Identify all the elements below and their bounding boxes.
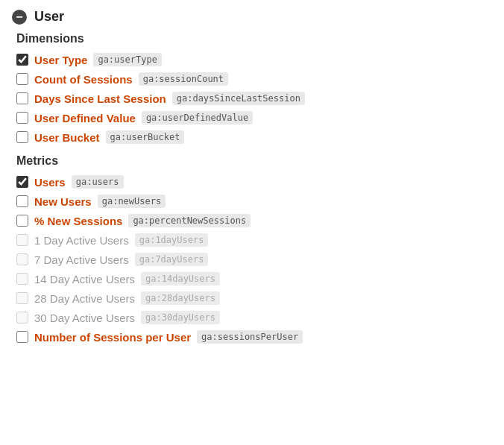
- api-badge-1dayUsers: ga:1dayUsers: [135, 233, 209, 247]
- api-badge-7dayUsers: ga:7dayUsers: [135, 253, 209, 266]
- item-label-newUsers: New Users: [34, 195, 92, 208]
- list-item: User Typega:userType: [12, 50, 492, 69]
- user-section: − User Dimensions User Typega:userTypeCo…: [12, 9, 492, 347]
- list-item: Days Since Last Sessionga:daysSinceLastS…: [12, 89, 492, 108]
- item-label-14dayUsers: 14 Day Active Users: [34, 273, 135, 285]
- list-item: New Usersga:newUsers: [12, 192, 492, 211]
- list-item: 7 Day Active Usersga:7dayUsers: [12, 250, 492, 269]
- item-label-percentNewSessions: % New Sessions: [34, 215, 122, 227]
- list-item: % New Sessionsga:percentNewSessions: [12, 211, 492, 230]
- item-label-sessionsPerUser: Number of Sessions per User: [34, 331, 191, 344]
- api-badge-userDefinedValue: ga:userDefinedValue: [142, 111, 253, 124]
- section-header: − User: [12, 9, 492, 25]
- checkbox-28dayUsers: [16, 292, 28, 304]
- checkbox-percentNewSessions[interactable]: [16, 215, 28, 227]
- item-label-7dayUsers: 7 Day Active Users: [34, 253, 129, 266]
- list-item: User Defined Valuega:userDefinedValue: [12, 108, 492, 127]
- collapse-icon[interactable]: −: [12, 10, 27, 25]
- item-label-sessionCount: Count of Sessions: [34, 73, 133, 86]
- item-label-28dayUsers: 28 Day Active Users: [34, 292, 135, 305]
- checkbox-daysSinceLastSession[interactable]: [16, 92, 28, 104]
- list-item: 28 Day Active Usersga:28dayUsers: [12, 288, 492, 308]
- checkbox-newUsers[interactable]: [16, 195, 28, 207]
- api-badge-28dayUsers: ga:28dayUsers: [141, 291, 220, 305]
- checkbox-userBucket[interactable]: [16, 131, 28, 143]
- api-badge-userType: ga:userType: [93, 53, 161, 66]
- dimensions-list: User Typega:userTypeCount of Sessionsga:…: [12, 50, 492, 147]
- api-badge-percentNewSessions: ga:percentNewSessions: [128, 214, 251, 227]
- item-label-daysSinceLastSession: Days Since Last Session: [34, 92, 166, 105]
- checkbox-7dayUsers: [16, 253, 28, 265]
- section-title: User: [34, 9, 64, 25]
- api-badge-14dayUsers: ga:14dayUsers: [141, 272, 220, 285]
- item-label-1dayUsers: 1 Day Active Users: [34, 234, 129, 247]
- checkbox-users[interactable]: [16, 176, 28, 188]
- list-item: Count of Sessionsga:sessionCount: [12, 69, 492, 89]
- item-label-users: Users: [34, 176, 66, 189]
- checkbox-1dayUsers: [16, 234, 28, 246]
- list-item: Number of Sessions per Userga:sessionsPe…: [12, 327, 492, 347]
- list-item: Usersga:users: [12, 172, 492, 192]
- metrics-list: Usersga:usersNew Usersga:newUsers% New S…: [12, 172, 492, 347]
- checkbox-sessionCount[interactable]: [16, 73, 28, 85]
- list-item: 14 Day Active Usersga:14dayUsers: [12, 269, 492, 288]
- api-badge-sessionsPerUser: ga:sessionsPerUser: [197, 330, 303, 344]
- list-item: 1 Day Active Usersga:1dayUsers: [12, 230, 492, 250]
- list-item: 30 Day Active Usersga:30dayUsers: [12, 308, 492, 327]
- item-label-userDefinedValue: User Defined Value: [34, 112, 136, 124]
- api-badge-daysSinceLastSession: ga:daysSinceLastSession: [172, 92, 305, 105]
- api-badge-newUsers: ga:newUsers: [98, 195, 166, 208]
- api-badge-30dayUsers: ga:30dayUsers: [141, 311, 220, 324]
- item-label-userType: User Type: [34, 54, 87, 66]
- list-item: User Bucketga:userBucket: [12, 127, 492, 147]
- item-label-30dayUsers: 30 Day Active Users: [34, 312, 135, 324]
- checkbox-14dayUsers: [16, 273, 28, 285]
- item-label-userBucket: User Bucket: [34, 131, 100, 144]
- checkbox-userType[interactable]: [16, 54, 28, 66]
- checkbox-sessionsPerUser[interactable]: [16, 331, 28, 343]
- api-badge-sessionCount: ga:sessionCount: [139, 72, 228, 86]
- checkbox-userDefinedValue[interactable]: [16, 112, 28, 124]
- api-badge-userBucket: ga:userBucket: [106, 130, 185, 144]
- dimensions-label: Dimensions: [16, 32, 492, 45]
- api-badge-users: ga:users: [72, 175, 124, 189]
- checkbox-30dayUsers: [16, 312, 28, 324]
- metrics-label: Metrics: [16, 154, 492, 168]
